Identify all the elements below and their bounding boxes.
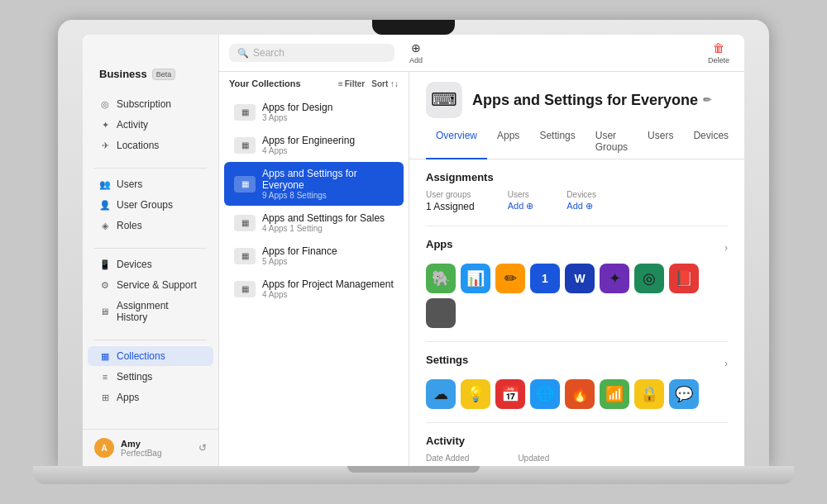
divider-1 bbox=[426, 226, 728, 226]
collection-icon: ▦ bbox=[234, 281, 256, 297]
panel-header: Your Collections ≡ Filter Sort ↑↓ bbox=[219, 72, 409, 95]
collection-icon: ▦ bbox=[234, 176, 256, 193]
setting-icon-icloud: ☁ bbox=[426, 379, 456, 409]
avatar: A bbox=[94, 438, 114, 458]
sidebar-section-1: ◎ Subscription ✦ Activity ✈ Locations bbox=[83, 93, 218, 156]
sidebar-item-label: Service & Support bbox=[117, 279, 197, 291]
sidebar-item-activity[interactable]: ✦ Activity bbox=[88, 115, 213, 135]
sidebar-divider-2 bbox=[94, 248, 207, 249]
assignment-col-usergroups: User groups 1 Assigned bbox=[426, 190, 475, 212]
collection-meta: 3 Apps bbox=[262, 113, 394, 122]
sidebar-item-collections[interactable]: ▦ Collections bbox=[88, 346, 213, 366]
sidebar-section-2: 👥 Users 👤 User Groups ◈ Roles bbox=[83, 174, 218, 236]
collection-name: Apps and Settings for Sales bbox=[262, 212, 394, 224]
setting-icon-globe: 🌐 bbox=[530, 379, 560, 409]
activity-col-added: Date Added Nov 10, 2021 Amy Frost bbox=[426, 454, 485, 466]
detail-tabs: Overview Apps Settings User Groups Users… bbox=[409, 125, 744, 159]
filter-button[interactable]: ≡ Filter bbox=[338, 79, 365, 88]
tab-user-groups[interactable]: User Groups bbox=[586, 125, 638, 159]
collection-item-sales[interactable]: ▦ Apps and Settings for Sales 4 Apps 1 S… bbox=[224, 207, 404, 239]
sidebar-item-label: Devices bbox=[117, 259, 152, 270]
add-button[interactable]: ⊕ Add bbox=[404, 40, 428, 66]
app-icon-apple bbox=[426, 298, 456, 328]
sidebar-item-service-support[interactable]: ⚙ Service & Support bbox=[88, 275, 213, 295]
settings-icon: ≡ bbox=[99, 372, 111, 382]
footer-user-info: Amy PerfectBag bbox=[121, 439, 161, 458]
assignment-devices-label: Devices bbox=[566, 190, 596, 199]
sidebar-item-settings[interactable]: ≡ Settings bbox=[88, 367, 213, 387]
sort-button[interactable]: Sort ↑↓ bbox=[371, 79, 399, 88]
panel-title: Your Collections bbox=[229, 78, 301, 88]
apps-icon: ⊞ bbox=[99, 392, 111, 403]
footer-user-org: PerfectBag bbox=[121, 449, 161, 458]
sidebar-item-assignment-history[interactable]: 🖥 Assignment History bbox=[88, 296, 213, 327]
tab-apps[interactable]: Apps bbox=[487, 125, 529, 159]
detail-header: ⌨ Apps and Settings for Everyone ✏ bbox=[409, 72, 744, 118]
sidebar-item-label: Collections bbox=[117, 350, 165, 362]
settings-title: Settings bbox=[426, 354, 468, 366]
devices-icon: 📱 bbox=[99, 259, 111, 270]
assignment-users-add[interactable]: Add ⊕ bbox=[508, 201, 534, 212]
edit-icon[interactable]: ✏ bbox=[703, 94, 711, 106]
sidebar-item-roles[interactable]: ◈ Roles bbox=[88, 216, 213, 235]
search-icon: 🔍 bbox=[237, 48, 249, 59]
app-icon-book: 📕 bbox=[669, 264, 699, 293]
collection-meta: 4 Apps bbox=[262, 290, 394, 299]
detail-title: Apps and Settings for Everyone ✏ bbox=[472, 92, 711, 109]
divider-2 bbox=[426, 341, 728, 342]
collection-icon: ▦ bbox=[234, 137, 256, 154]
tab-overview[interactable]: Overview bbox=[426, 125, 487, 159]
tab-settings[interactable]: Settings bbox=[529, 125, 585, 159]
settings-icons-row: ☁ 💡 📅 🌐 🔥 📶 🔒 💬 bbox=[426, 379, 728, 409]
tab-users[interactable]: Users bbox=[638, 125, 683, 159]
refresh-icon[interactable]: ↺ bbox=[198, 442, 207, 454]
apps-section-row: Apps › bbox=[426, 238, 728, 257]
sidebar-item-devices[interactable]: 📱 Devices bbox=[88, 254, 213, 274]
delete-label: Delete bbox=[708, 56, 729, 64]
user-groups-icon: 👤 bbox=[99, 200, 111, 211]
collection-item-project[interactable]: ▦ Apps for Project Management 4 Apps bbox=[224, 273, 404, 305]
collection-name: Apps for Finance bbox=[262, 245, 394, 257]
laptop-base-notch bbox=[347, 466, 480, 473]
sidebar-item-label: Users bbox=[117, 178, 142, 190]
app-icon-keynote: 📊 bbox=[461, 264, 490, 293]
sidebar-brand: Business Beta bbox=[83, 68, 218, 93]
detail-panel: ⌨ Apps and Settings for Everyone ✏ Overv… bbox=[409, 72, 744, 466]
setting-icon-fire: 🔥 bbox=[565, 379, 595, 409]
collection-item-design[interactable]: ▦ Apps for Design 3 Apps bbox=[224, 96, 404, 128]
sidebar-item-users[interactable]: 👥 Users bbox=[88, 174, 213, 194]
footer-user-name: Amy bbox=[121, 439, 161, 449]
sidebar-item-locations[interactable]: ✈ Locations bbox=[88, 136, 213, 155]
tab-devices[interactable]: Devices bbox=[683, 125, 739, 159]
activity-date-added-label: Date Added bbox=[426, 454, 485, 463]
sidebar-item-subscription[interactable]: ◎ Subscription bbox=[88, 94, 213, 114]
apps-title: Apps bbox=[426, 238, 453, 250]
activity-updated-label: Updated bbox=[518, 454, 576, 463]
delete-button[interactable]: 🗑 Delete bbox=[703, 40, 734, 66]
setting-icon-calendar: 📅 bbox=[495, 379, 525, 409]
sidebar-divider-3 bbox=[94, 340, 207, 340]
sidebar-item-user-groups[interactable]: 👤 User Groups bbox=[88, 195, 213, 215]
service-icon: ⚙ bbox=[99, 280, 111, 291]
collection-info: Apps and Settings for Everyone 9 Apps 8 … bbox=[262, 168, 394, 200]
collection-meta: 4 Apps bbox=[262, 146, 394, 155]
sidebar-item-label: User Groups bbox=[117, 199, 173, 211]
collection-icon: ▦ bbox=[234, 215, 256, 231]
content-split: Your Collections ≡ Filter Sort ↑↓ bbox=[219, 72, 744, 466]
collection-item-engineering[interactable]: ▦ Apps for Engineering 4 Apps bbox=[224, 129, 404, 161]
collection-item-finance[interactable]: ▦ Apps for Finance 5 Apps bbox=[224, 240, 404, 272]
detail-app-icon: ⌨ bbox=[426, 82, 462, 118]
search-bar[interactable]: 🔍 Search bbox=[229, 44, 394, 62]
assignment-devices-add[interactable]: Add ⊕ bbox=[566, 201, 596, 212]
setting-icon-chat: 💬 bbox=[669, 379, 699, 409]
activity-icon: ✦ bbox=[99, 120, 111, 131]
sidebar-footer: A Amy PerfectBag ↺ bbox=[83, 429, 218, 466]
collection-icon: ▦ bbox=[234, 248, 256, 264]
panel-header-actions: ≡ Filter Sort ↑↓ bbox=[338, 79, 399, 88]
collection-info: Apps and Settings for Sales 4 Apps 1 Set… bbox=[262, 212, 394, 233]
collection-item-everyone[interactable]: ▦ Apps and Settings for Everyone 9 Apps … bbox=[224, 162, 404, 206]
beta-badge: Beta bbox=[152, 69, 176, 80]
collections-panel: Your Collections ≡ Filter Sort ↑↓ bbox=[219, 72, 409, 466]
sidebar-item-apps[interactable]: ⊞ Apps bbox=[88, 388, 213, 407]
laptop-shell: Business Beta ◎ Subscription ✦ Activity bbox=[58, 20, 769, 466]
